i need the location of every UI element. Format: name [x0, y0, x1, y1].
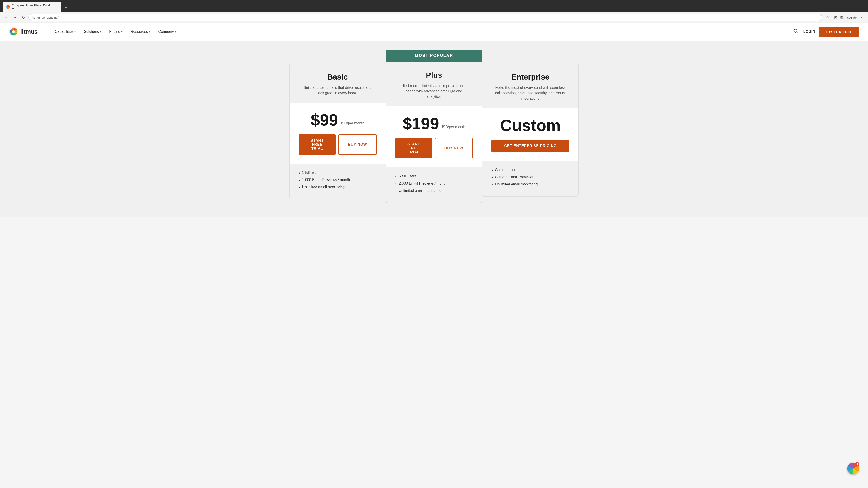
feature-item: • 1 full user: [299, 170, 377, 175]
basic-price: $99 USD/per month: [299, 112, 377, 128]
color-wheel-widget[interactable]: 2: [847, 463, 859, 475]
basic-plan-name: Basic: [299, 72, 377, 81]
bullet-icon: •: [299, 178, 300, 182]
feature-item: • Unlimited email monitoring: [491, 182, 569, 187]
plus-price-period: USD/per month: [440, 125, 465, 132]
bullet-icon: •: [299, 186, 300, 190]
profile-btn[interactable]: ⊡: [832, 14, 839, 21]
feature-text: 2,000 Email Previews / month: [399, 182, 447, 186]
feature-text: Unlimited email monitoring: [399, 189, 441, 193]
plan-basic: Basic Build and test emails that drive r…: [289, 50, 386, 203]
feature-text: Custom Email Previews: [495, 175, 533, 179]
basic-features: • 1 full user • 1,000 Email Previews / m…: [289, 164, 386, 199]
reload-btn[interactable]: ↻: [20, 14, 27, 21]
plus-plan-desc: Test more efficiently and improve future…: [398, 83, 470, 99]
basic-buttons: START FREE TRIAL BUY NOW: [299, 134, 377, 155]
plus-price-amount: $199: [403, 116, 439, 132]
enterprise-price-amount: Custom: [500, 117, 561, 133]
enterprise-price: Custom: [491, 117, 569, 133]
plan-plus: MOST POPULAR Plus Test more efficiently …: [386, 50, 483, 203]
basic-buy-now-btn[interactable]: BUY NOW: [338, 134, 376, 155]
plus-features: • 5 full users • 2,000 Email Previews / …: [386, 167, 483, 203]
bullet-icon: •: [299, 171, 300, 175]
bullet-icon: •: [395, 189, 397, 193]
basic-header: Basic Build and test emails that drive r…: [289, 63, 386, 103]
plan-enterprise: Enterprise Make the most of every send w…: [482, 50, 579, 203]
chevron-down-icon: ▾: [121, 30, 123, 33]
menu-btn[interactable]: ⋮: [858, 14, 865, 21]
feature-item: • Unlimited email monitoring: [299, 185, 377, 190]
enterprise-buttons: GET ENTERPRISE PRICING: [491, 140, 569, 152]
enterprise-header: Enterprise Make the most of every send w…: [482, 63, 579, 108]
forward-btn[interactable]: →: [11, 14, 18, 21]
enterprise-features: • Custom users • Custom Email Previews •…: [482, 161, 579, 197]
plus-buy-now-btn[interactable]: BUY NOW: [435, 138, 473, 158]
logo-area[interactable]: litmus: [9, 27, 38, 36]
notification-badge: 2: [855, 462, 860, 466]
nav-company[interactable]: Company ▾: [155, 28, 180, 35]
logo-text: litmus: [20, 28, 38, 35]
plans-grid: Basic Build and test emails that drive r…: [289, 50, 579, 203]
popular-badge: MOST POPULAR: [386, 50, 483, 62]
chevron-down-icon: ▾: [100, 30, 101, 33]
basic-start-trial-btn[interactable]: START FREE TRIAL: [299, 134, 336, 155]
basic-price-period: USD/per month: [339, 121, 364, 128]
chevron-down-icon: ▾: [149, 30, 150, 33]
nav-solutions[interactable]: Solutions ▾: [80, 28, 105, 35]
nav-resources[interactable]: Resources ▾: [127, 28, 154, 35]
feature-item: • Custom users: [491, 168, 569, 172]
plus-plan-name: Plus: [395, 71, 473, 79]
bullet-icon: •: [395, 175, 397, 179]
feature-text: 1 full user: [302, 170, 318, 175]
enterprise-pricing-area: Custom GET ENTERPRISE PRICING: [482, 108, 579, 161]
bookmark-btn[interactable]: ☆: [824, 14, 831, 21]
enterprise-plan-name: Enterprise: [491, 72, 569, 81]
feature-item: • 5 full users: [395, 174, 473, 179]
feature-text: 5 full users: [399, 174, 416, 178]
incognito-indicator: 🕵 Incognito: [840, 16, 857, 19]
plus-pricing-area: $199 USD/per month START FREE TRIAL BUY …: [386, 106, 483, 167]
plus-header: Plus Test more efficiently and improve f…: [386, 62, 483, 106]
nav-capabilities[interactable]: Capabilities ▾: [51, 28, 80, 35]
basic-price-amount: $99: [311, 112, 338, 128]
nav-pricing[interactable]: Pricing ▾: [105, 28, 126, 35]
basic-plan-desc: Build and test emails that drive results…: [301, 85, 374, 96]
browser-chrome: Compare Litmus Plans: Email M ✕ +: [0, 0, 868, 12]
chevron-down-icon: ▾: [74, 30, 76, 33]
feature-text: 1,000 Email Previews / month: [302, 178, 350, 182]
chevron-down-icon: ▾: [175, 30, 176, 33]
url-text: litmus.com/pricing/: [32, 15, 59, 19]
bullet-icon: •: [395, 182, 397, 186]
browser-tabs: Compare Litmus Plans: Email M ✕ +: [3, 2, 865, 12]
tab-favicon: [6, 5, 10, 9]
enterprise-plan-desc: Make the most of every send with seamles…: [494, 85, 567, 101]
main-nav: Capabilities ▾ Solutions ▾ Pricing ▾ Res…: [51, 28, 792, 35]
toolbar-right: ☆ ⊡ 🕵 Incognito ⋮: [824, 14, 865, 21]
feature-text: Unlimited email monitoring: [495, 182, 538, 186]
incognito-label: Incognito: [845, 16, 857, 19]
address-bar[interactable]: litmus.com/pricing/: [29, 14, 822, 21]
login-btn[interactable]: LOGIN: [803, 30, 815, 34]
browser-toolbar: ← → ↻ litmus.com/pricing/ ☆ ⊡ 🕵 Incognit…: [0, 12, 868, 23]
tab-title: Compare Litmus Plans: Email M: [12, 4, 53, 10]
page-content: litmus Capabilities ▾ Solutions ▾ Pricin…: [0, 23, 868, 217]
site-header: litmus Capabilities ▾ Solutions ▾ Pricin…: [0, 23, 868, 41]
search-icon: [794, 29, 798, 34]
active-tab[interactable]: Compare Litmus Plans: Email M ✕: [3, 2, 61, 12]
bullet-icon: •: [491, 183, 493, 187]
plus-start-trial-btn[interactable]: START FREE TRIAL: [395, 138, 432, 158]
nav-right: LOGIN TRY FOR FREE: [792, 27, 859, 37]
plus-price: $199 USD/per month: [395, 116, 473, 132]
try-free-btn[interactable]: TRY FOR FREE: [819, 27, 859, 37]
tab-close-btn[interactable]: ✕: [55, 5, 58, 9]
new-tab-btn[interactable]: +: [62, 4, 70, 11]
enterprise-pricing-btn[interactable]: GET ENTERPRISE PRICING: [491, 140, 569, 152]
search-btn[interactable]: [792, 27, 800, 36]
litmus-logo-icon: [9, 27, 18, 36]
feature-text: Unlimited email monitoring: [302, 185, 345, 189]
feature-item: • Custom Email Previews: [491, 175, 569, 180]
bullet-icon: •: [491, 168, 493, 172]
back-btn[interactable]: ←: [3, 14, 9, 21]
svg-point-1: [12, 30, 15, 33]
plus-buttons: START FREE TRIAL BUY NOW: [395, 138, 473, 158]
